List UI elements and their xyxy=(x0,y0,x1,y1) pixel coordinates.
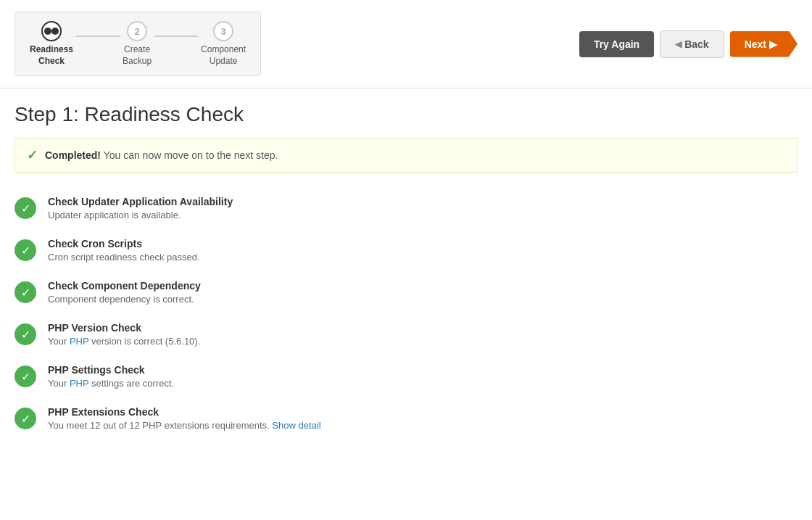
check-success-icon-1: ✓ xyxy=(14,197,36,219)
wizard-buttons: Try Again ◀ Back Next ▶ xyxy=(579,30,798,58)
check-description-5: Your PHP settings are correct. xyxy=(48,378,174,389)
check-item-4: ✓ PHP Version Check Your PHP version is … xyxy=(14,322,798,347)
check-content-5: PHP Settings Check Your PHP settings are… xyxy=(48,364,174,389)
check-content-6: PHP Extensions Check You meet 12 out of … xyxy=(48,406,321,431)
check-title-3: Check Component Dependency xyxy=(48,280,201,292)
check-content-4: PHP Version Check Your PHP version is co… xyxy=(48,322,200,347)
php-link-5: PHP xyxy=(70,378,89,389)
show-detail-link[interactable]: Show detail xyxy=(272,420,320,431)
check-description-6: You meet 12 out of 12 PHP extensions req… xyxy=(48,420,321,431)
next-arrow-icon: ▶ xyxy=(769,38,777,50)
check-success-icon-2: ✓ xyxy=(14,239,36,261)
back-arrow-icon: ◀ xyxy=(675,39,682,49)
check-title-1: Check Updater Application Availability xyxy=(48,196,233,207)
check-title-5: PHP Settings Check xyxy=(48,364,174,376)
step-2-circle: 2 xyxy=(127,21,147,41)
back-button[interactable]: ◀ Back xyxy=(660,30,724,58)
step-2: 2 Create Backup xyxy=(123,21,152,67)
try-again-button[interactable]: Try Again xyxy=(579,31,654,57)
php-link-4: PHP xyxy=(70,336,89,347)
step-connector-1 xyxy=(76,36,120,37)
check-item-6: ✓ PHP Extensions Check You meet 12 out o… xyxy=(14,406,798,431)
wizard-steps: Readiness Check 2 Create Backup 3 Compon… xyxy=(14,12,261,76)
check-description-2: Cron script readiness check passed. xyxy=(48,252,200,263)
check-title-2: Check Cron Scripts xyxy=(48,238,200,249)
check-title-6: PHP Extensions Check xyxy=(48,406,321,418)
check-title-4: PHP Version Check xyxy=(48,322,200,334)
page-title: Step 1: Readiness Check xyxy=(14,103,798,126)
main-content: Step 1: Readiness Check ✓ Completed! You… xyxy=(0,88,812,451)
check-success-icon-3: ✓ xyxy=(14,281,36,303)
check-content-2: Check Cron Scripts Cron script readiness… xyxy=(48,238,200,263)
step-3: 3 Component Update xyxy=(201,21,246,67)
step-1-circle xyxy=(41,21,62,41)
completed-banner: ✓ Completed! You can now move on to the … xyxy=(14,138,798,173)
check-success-icon-5: ✓ xyxy=(14,366,36,387)
check-description-1: Updater application is available. xyxy=(48,210,233,220)
check-success-icon-4: ✓ xyxy=(14,323,36,345)
step-1-label: Readiness Check xyxy=(30,44,73,67)
wizard-header: Readiness Check 2 Create Backup 3 Compon… xyxy=(0,0,812,88)
check-item-5: ✓ PHP Settings Check Your PHP settings a… xyxy=(14,364,798,389)
step-2-label: Create Backup xyxy=(123,44,152,67)
step-1: Readiness Check xyxy=(30,21,73,67)
check-description-3: Component dependency is correct. xyxy=(48,294,201,305)
check-success-icon-6: ✓ xyxy=(14,408,36,429)
check-list: ✓ Check Updater Application Availability… xyxy=(14,190,798,437)
check-content-3: Check Component Dependency Component dep… xyxy=(48,280,201,305)
step-3-label: Component Update xyxy=(201,44,246,67)
check-content-1: Check Updater Application Availability U… xyxy=(48,196,233,220)
check-item-3: ✓ Check Component Dependency Component d… xyxy=(14,280,798,305)
completed-message: Completed! You can now move on to the ne… xyxy=(45,149,278,161)
check-item-2: ✓ Check Cron Scripts Cron script readine… xyxy=(14,238,798,263)
completed-checkmark-icon: ✓ xyxy=(27,147,38,163)
step-connector-2 xyxy=(154,36,198,37)
check-item-1: ✓ Check Updater Application Availability… xyxy=(14,196,798,220)
step-3-circle: 3 xyxy=(213,21,233,41)
check-description-4: Your PHP version is correct (5.6.10). xyxy=(48,336,200,347)
next-button[interactable]: Next ▶ xyxy=(730,31,798,57)
